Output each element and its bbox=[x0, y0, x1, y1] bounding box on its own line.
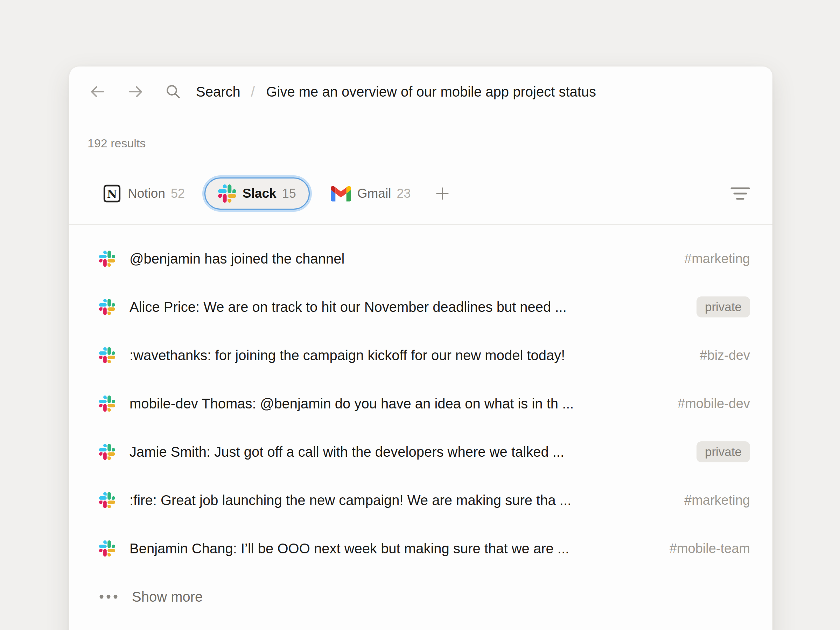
results-list: @benjamin has joined the channel #market… bbox=[69, 225, 772, 573]
result-title: :wavethanks: for joining the campaign ki… bbox=[129, 347, 686, 363]
filter-button[interactable] bbox=[731, 186, 750, 201]
filter-lines-icon bbox=[731, 186, 750, 201]
arrow-right-icon bbox=[127, 83, 144, 100]
search-context-label: Search bbox=[196, 84, 240, 100]
gmail-icon bbox=[331, 185, 351, 202]
slack-icon bbox=[99, 444, 115, 460]
slack-icon bbox=[99, 299, 115, 315]
channel-label: #mobile-dev bbox=[677, 396, 750, 411]
slack-icon bbox=[99, 395, 115, 412]
tab-count: 23 bbox=[396, 186, 411, 201]
result-title: mobile-dev Thomas: @benjamin do you have… bbox=[129, 396, 663, 412]
channel-label: #mobile-team bbox=[669, 541, 750, 556]
tab-label: Slack bbox=[243, 186, 276, 201]
search-query-text[interactable]: Give me an overview of our mobile app pr… bbox=[266, 84, 596, 100]
svg-text:N: N bbox=[107, 188, 117, 200]
source-tabs: N Notion 52 Slack 15 bbox=[103, 175, 750, 212]
result-title: Alice Price: We are on track to hit our … bbox=[129, 299, 682, 315]
result-row[interactable]: mobile-dev Thomas: @benjamin do you have… bbox=[69, 379, 772, 428]
result-row[interactable]: :fire: Great job launching the new campa… bbox=[69, 476, 772, 524]
result-row[interactable]: Alice Price: We are on track to hit our … bbox=[69, 283, 772, 331]
slack-icon bbox=[99, 251, 115, 267]
slack-icon bbox=[99, 540, 115, 556]
add-source-button[interactable] bbox=[435, 186, 450, 201]
show-more-button[interactable]: Show more bbox=[69, 573, 772, 621]
tab-gmail[interactable]: Gmail 23 bbox=[331, 185, 411, 202]
tab-count: 15 bbox=[282, 186, 296, 201]
channel-label: #marketing bbox=[684, 493, 750, 508]
plus-icon bbox=[435, 186, 450, 201]
result-title: :fire: Great job launching the new campa… bbox=[129, 493, 670, 508]
tab-label: Gmail bbox=[357, 186, 391, 201]
tab-notion[interactable]: N Notion 52 bbox=[103, 184, 185, 203]
result-row[interactable]: @benjamin has joined the channel #market… bbox=[69, 235, 772, 283]
tab-label: Notion bbox=[128, 186, 165, 201]
breadcrumb-separator: / bbox=[251, 83, 255, 100]
channel-label: #marketing bbox=[684, 251, 750, 266]
back-button[interactable] bbox=[89, 83, 106, 100]
result-row[interactable]: Benjamin Chang: I’ll be OOO next week bu… bbox=[69, 524, 772, 573]
private-badge: private bbox=[696, 441, 750, 463]
search-window: Search / Give me an overview of our mobi… bbox=[69, 66, 772, 630]
result-title: @benjamin has joined the channel bbox=[129, 251, 670, 267]
show-more-label: Show more bbox=[132, 589, 203, 605]
results-count: 192 results bbox=[87, 136, 772, 150]
forward-button[interactable] bbox=[127, 83, 144, 100]
slack-icon bbox=[99, 347, 115, 363]
slack-icon bbox=[218, 185, 236, 203]
result-title: Jamie Smith: Just got off a call with th… bbox=[129, 444, 682, 460]
arrow-left-icon bbox=[89, 83, 106, 100]
channel-label: #biz-dev bbox=[699, 348, 750, 363]
result-row[interactable]: Jamie Smith: Just got off a call with th… bbox=[69, 428, 772, 476]
result-row[interactable]: :wavethanks: for joining the campaign ki… bbox=[69, 331, 772, 379]
tab-slack[interactable]: Slack 15 bbox=[204, 177, 310, 210]
result-title: Benjamin Chang: I’ll be OOO next week bu… bbox=[129, 541, 655, 556]
private-badge: private bbox=[696, 297, 750, 317]
notion-icon: N bbox=[103, 184, 122, 203]
search-icon bbox=[165, 84, 181, 100]
slack-icon bbox=[99, 492, 115, 508]
tab-count: 52 bbox=[171, 186, 185, 201]
header-bar: Search / Give me an overview of our mobi… bbox=[89, 82, 750, 101]
ellipsis-icon bbox=[99, 594, 118, 599]
